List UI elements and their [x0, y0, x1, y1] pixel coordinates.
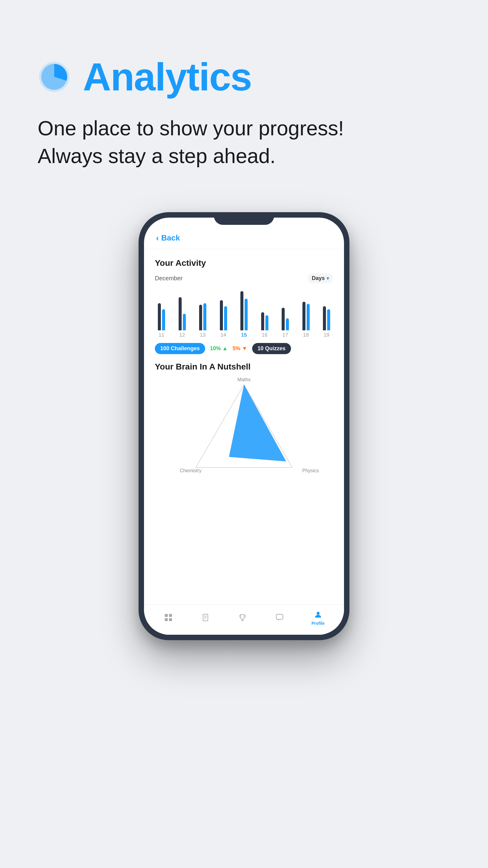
- triangle-label-maths: Maths: [237, 377, 251, 382]
- bar-label-11: 11: [159, 332, 164, 338]
- svg-rect-6: [169, 618, 172, 621]
- bar-label-18: 18: [303, 332, 309, 338]
- grid-icon: [163, 613, 173, 623]
- bar-blue-13: [203, 303, 206, 330]
- svg-rect-4: [169, 614, 172, 617]
- profile-nav-label: Profile: [312, 621, 325, 626]
- triangle-label-physics: Physics: [302, 468, 319, 473]
- analytics-pie-icon: [38, 60, 71, 93]
- brain-section-title: Your Brain In A Nutshell: [155, 362, 333, 372]
- bar-group-17: 17: [282, 288, 289, 338]
- screen-content: ‹ Back Your Activity December Days ▾: [144, 218, 344, 635]
- bar-group-13: 13: [199, 288, 206, 338]
- bar-dark-17: [282, 308, 285, 330]
- profile-icon: [313, 610, 323, 620]
- bar-label-16: 16: [262, 332, 267, 338]
- screen-body: Your Activity December Days ▾: [144, 249, 344, 604]
- phone-screen: ‹ Back Your Activity December Days ▾: [144, 218, 344, 635]
- activity-section-title: Your Activity: [155, 258, 333, 268]
- days-filter-dropdown[interactable]: Days ▾: [307, 273, 333, 283]
- quizzes-badge: 10 Quizzes: [252, 343, 291, 354]
- bar-blue-16: [265, 315, 268, 330]
- stats-row: 100 Challenges 10% ▲ 5% ▼ 10 Quizzes: [155, 343, 333, 354]
- back-button-label: Back: [161, 233, 180, 243]
- svg-rect-3: [165, 614, 168, 617]
- back-chevron-icon: ‹: [156, 233, 159, 243]
- bar-label-15: 15: [241, 332, 247, 338]
- bar-blue-11: [162, 309, 165, 330]
- svg-rect-5: [165, 618, 168, 621]
- bar-blue-15: [245, 299, 248, 330]
- trophy-icon: [237, 613, 248, 623]
- bar-group-19: 19: [323, 288, 330, 338]
- bar-blue-14: [224, 306, 227, 330]
- phone-notch: [214, 212, 274, 225]
- phone-mockup: ‹ Back Your Activity December Days ▾: [0, 188, 488, 682]
- nav-item-home[interactable]: [163, 613, 173, 623]
- bar-label-12: 12: [179, 332, 185, 338]
- bar-blue-12: [183, 314, 186, 330]
- svg-point-14: [317, 612, 320, 615]
- bar-blue-18: [307, 304, 310, 330]
- challenges-change: 10% ▲: [210, 345, 228, 352]
- month-label: December: [155, 275, 183, 282]
- svg-rect-13: [276, 614, 283, 619]
- hero-section: Analytics One place to show your progres…: [0, 0, 488, 188]
- days-filter-label: Days: [312, 275, 325, 281]
- bar-blue-17: [286, 318, 289, 330]
- challenges-badge: 100 Challenges: [155, 343, 205, 354]
- bar-group-12: 12: [178, 288, 186, 338]
- bar-dark-19: [323, 306, 326, 330]
- bottom-navigation: Profile: [144, 604, 344, 635]
- bar-blue-19: [327, 309, 330, 330]
- bar-group-15: 15: [240, 288, 248, 338]
- bar-label-13: 13: [200, 332, 206, 338]
- bar-dark-13: [199, 305, 202, 330]
- dropdown-arrow-icon: ▾: [327, 276, 329, 281]
- activity-bar-chart: 11 12: [155, 290, 333, 338]
- activity-header: December Days ▾: [155, 273, 333, 283]
- bar-dark-15: [240, 291, 243, 330]
- bar-label-19: 19: [324, 332, 330, 338]
- page-title: Analytics: [83, 54, 252, 99]
- bar-group-11: 11: [158, 288, 165, 338]
- phone-frame: ‹ Back Your Activity December Days ▾: [138, 212, 350, 640]
- nav-item-chat[interactable]: [274, 613, 285, 623]
- bar-label-17: 17: [283, 332, 288, 338]
- brain-triangle-chart: Maths Chemistry Physics: [155, 377, 333, 476]
- bar-group-14: 14: [220, 288, 227, 338]
- nav-item-trophy[interactable]: [237, 613, 248, 623]
- quizzes-change: 5% ▼: [233, 345, 247, 352]
- nav-item-profile[interactable]: Profile: [312, 610, 325, 626]
- hero-subtitle: One place to show your progress! Always …: [38, 115, 450, 170]
- nav-item-learn[interactable]: [200, 613, 210, 623]
- bar-group-18: 18: [302, 288, 310, 338]
- triangle-label-chemistry: Chemistry: [180, 468, 201, 473]
- triangle-svg: [193, 381, 295, 472]
- chat-icon: [274, 613, 285, 623]
- svg-rect-7: [203, 614, 208, 621]
- bar-dark-18: [302, 302, 305, 330]
- bar-dark-14: [220, 300, 223, 330]
- bar-dark-11: [158, 303, 161, 330]
- bar-label-14: 14: [221, 332, 226, 338]
- bar-group-16: 16: [261, 288, 268, 338]
- bar-dark-16: [261, 312, 264, 330]
- bar-dark-12: [178, 297, 182, 330]
- book-icon: [200, 613, 210, 623]
